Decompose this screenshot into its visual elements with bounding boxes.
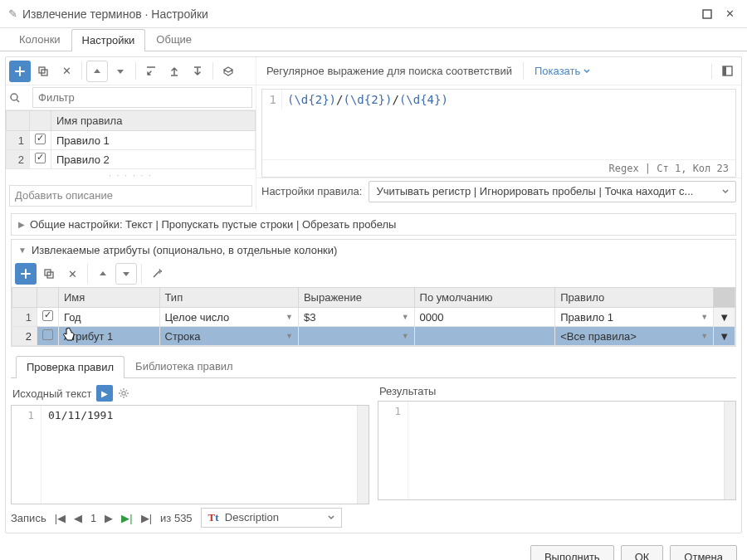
attrs-h-rule[interactable]: Правило — [555, 288, 714, 308]
tab-test[interactable]: Проверка правил — [16, 356, 124, 378]
rule-name-cell[interactable]: Правило 2 — [51, 150, 256, 169]
last-button[interactable]: ▶| — [141, 512, 152, 524]
rule-checkbox[interactable] — [35, 153, 46, 163]
lower-tabs: Проверка правил Библиотека правил — [11, 355, 736, 378]
run-button[interactable]: Выполнить — [530, 545, 614, 560]
rule-settings-row: Настройки правила: Учитывать регистр | И… — [256, 178, 741, 204]
text-type-icon: Tt — [208, 511, 219, 523]
window-title: Извлечение терминов · Настройки — [22, 7, 702, 21]
rules-toolbar: ✕ — [6, 57, 256, 85]
scrollbar[interactable] — [724, 402, 735, 499]
wand-button[interactable] — [146, 263, 168, 285]
prev-button[interactable]: ◀ — [74, 512, 82, 524]
add-attr-button[interactable] — [15, 263, 37, 285]
svg-rect-0 — [703, 10, 711, 18]
chevron-down-icon: ▼ — [18, 246, 27, 255]
rule-settings-dropdown[interactable]: Учитывать регистр | Игнорировать пробелы… — [369, 181, 736, 202]
delete-rule-button[interactable]: ✕ — [56, 61, 77, 82]
layout-button[interactable] — [716, 61, 738, 82]
svg-rect-5 — [723, 66, 726, 75]
titlebar: ✎ Извлечение терминов · Настройки ✕ — [0, 0, 747, 28]
top-tabs: Колонки Настройки Общие — [0, 28, 747, 51]
description-input[interactable]: Добавить описание — [9, 185, 252, 207]
drag-handle[interactable]: · · · · · · — [6, 169, 256, 182]
results-column: Результаты 1 — [378, 382, 736, 504]
regex-column: Регулярное выражение для поиска соответс… — [256, 57, 741, 210]
source-column: Исходный текст ▶ 1 01/11/1991 — [11, 382, 369, 504]
test-settings-button[interactable] — [118, 387, 129, 399]
table-row[interactable]: 1 Правило 1 — [7, 131, 256, 150]
filter-row — [6, 85, 256, 110]
table-row[interactable]: 2 Правило 2 — [7, 150, 256, 169]
attrs-h-expr[interactable]: Выражение — [298, 288, 414, 308]
close-button[interactable]: ✕ — [720, 7, 739, 20]
test-area: Исходный текст ▶ 1 01/11/1991 Результаты… — [11, 382, 736, 504]
regex-toolbar: Регулярное выражение для поиска соответс… — [256, 57, 741, 85]
tab-general[interactable]: Общие — [145, 28, 203, 51]
first-button[interactable]: |◀ — [55, 512, 66, 524]
move-attr-up[interactable] — [92, 263, 114, 285]
rules-table: Имя правила 1 Правило 1 2 Правило 2 — [6, 110, 256, 169]
pager: Запись |◀ ◀ 1 ▶ ▶| ▶| из 535 Tt Descript… — [11, 508, 736, 528]
svg-point-3 — [11, 94, 17, 100]
delete-attr-button[interactable]: ✕ — [61, 263, 83, 285]
attrs-h-type[interactable]: Тип — [159, 288, 298, 308]
attr-checkbox[interactable] — [42, 329, 53, 340]
section-general[interactable]: ▶ Общие настройки: Текст | Пропускать пу… — [11, 213, 736, 236]
next-button[interactable]: ▶ — [105, 512, 113, 524]
attributes-panel: ✕ Имя Тип Выражение По умолчанию Правило — [11, 261, 736, 347]
move-down-button[interactable] — [110, 61, 131, 82]
copy-attr-button[interactable] — [38, 263, 60, 285]
attr-checkbox[interactable] — [42, 310, 53, 321]
results-editor: 1 — [378, 401, 736, 500]
next-match-button[interactable]: ▶| — [121, 512, 132, 524]
dialog-footer: Выполнить ОК Отмена — [0, 538, 747, 560]
chevron-right-icon: ▶ — [18, 220, 25, 229]
current-record[interactable]: 1 — [90, 512, 96, 524]
rule-name-cell[interactable]: Правило 1 — [51, 131, 256, 150]
upload-button[interactable] — [164, 61, 185, 82]
rules-column: ✕ Имя правила — [6, 57, 256, 210]
attrs-h-name[interactable]: Имя — [59, 288, 160, 308]
section-attributes[interactable]: ▼ Извлекаемые атрибуты (опционально, в о… — [11, 239, 736, 261]
field-selector[interactable]: Tt Description — [201, 508, 342, 528]
download-button[interactable] — [187, 61, 208, 82]
settings-panel: ✕ Имя правила — [5, 56, 742, 533]
package-button[interactable] — [217, 61, 239, 82]
ok-button[interactable]: ОК — [621, 545, 664, 560]
regex-editor[interactable]: 1 (\d{2})/(\d{2})/(\d{4}) Regex | Ст 1, … — [261, 89, 736, 178]
rule-checkbox[interactable] — [35, 134, 46, 144]
filter-input[interactable] — [32, 87, 252, 108]
regex-label: Регулярное выражение для поиска соответс… — [260, 65, 519, 77]
tab-columns[interactable]: Колонки — [8, 28, 71, 51]
add-rule-button[interactable] — [9, 61, 31, 82]
svg-point-8 — [122, 392, 125, 395]
source-title: Исходный текст — [12, 387, 91, 400]
import-button[interactable] — [140, 61, 162, 82]
table-row[interactable]: 2 Атрибут 1 Строка▼ ▼ <Все правила>▼ ▼ — [12, 327, 735, 346]
attributes-table: Имя Тип Выражение По умолчанию Правило 1… — [12, 287, 735, 346]
regex-status: Regex | Ст 1, Кол 23 — [262, 159, 735, 177]
cancel-button[interactable]: Отмена — [670, 545, 737, 560]
show-dropdown[interactable]: Показать — [528, 65, 597, 77]
attrs-h-def[interactable]: По умолчанию — [414, 288, 555, 308]
run-test-button[interactable]: ▶ — [96, 385, 113, 402]
copy-rule-button[interactable] — [32, 61, 54, 82]
results-title: Результаты — [379, 385, 436, 397]
tab-library[interactable]: Библиотека правил — [124, 355, 244, 377]
attributes-toolbar: ✕ — [12, 261, 735, 287]
table-row[interactable]: 1 Год Целое число▼ $3▼ 0000 Правило 1▼ ▼ — [12, 308, 735, 327]
maximize-button[interactable] — [702, 9, 720, 19]
move-attr-down[interactable] — [115, 263, 137, 285]
rules-header-name[interactable]: Имя правила — [51, 111, 256, 131]
move-up-button[interactable] — [86, 61, 108, 82]
scrollbar[interactable] — [357, 406, 369, 504]
source-editor[interactable]: 1 01/11/1991 — [11, 405, 369, 504]
edit-icon: ✎ — [8, 7, 17, 20]
tab-settings[interactable]: Настройки — [71, 29, 146, 51]
search-icon — [9, 92, 29, 104]
